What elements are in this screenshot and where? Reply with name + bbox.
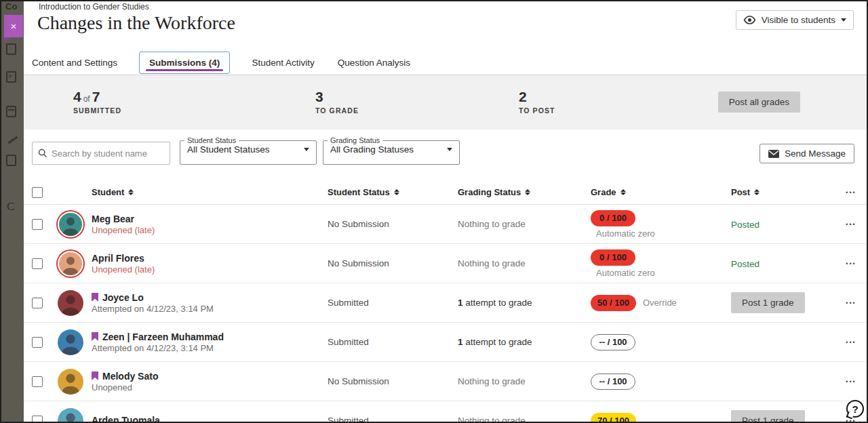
tab[interactable]: Student Activity (250, 52, 315, 73)
table-header-row: Student Student Status Grading Status Gr… (24, 180, 868, 205)
caret-down-icon (447, 148, 452, 151)
grade-pill[interactable]: 70 / 100 (591, 413, 636, 423)
close-panel-button[interactable]: × (4, 15, 23, 37)
grade-cell: 0 / 100 Automatic zero (591, 249, 731, 278)
row-menu-button[interactable]: ••• (835, 221, 867, 228)
grade-pill[interactable]: -- / 100 (591, 374, 635, 390)
post-grade-button[interactable]: Post 1 grade (731, 410, 805, 423)
row-checkbox[interactable] (32, 298, 43, 308)
posted-status[interactable]: Posted (731, 259, 760, 269)
collapsed-sidebar: Co C (0, 0, 24, 423)
grading-status-cell: Nothing to grade (458, 416, 591, 423)
student-substatus: Unopened (late) (92, 225, 328, 235)
grading-status-label: Grading Status (328, 136, 382, 144)
avatar[interactable] (58, 369, 83, 395)
bookmark-icon (92, 293, 98, 302)
tab[interactable]: Submissions (4) (139, 52, 230, 74)
row-checkbox[interactable] (32, 416, 43, 423)
tab[interactable]: Content and Settings (31, 52, 119, 73)
tabs: Content and Settings Submissions (4) Stu… (24, 50, 868, 75)
avatar[interactable] (58, 408, 83, 423)
grade-cell: 0 / 100 Automatic zero (591, 210, 731, 239)
row-checkbox[interactable] (32, 337, 43, 348)
bookmark-icon (92, 332, 98, 341)
search-input[interactable] (52, 148, 164, 159)
eye-icon (743, 16, 756, 24)
student-status-label: Student Status (184, 136, 239, 144)
column-header-grading-status[interactable]: Grading Status (458, 187, 591, 197)
gradebook-icon[interactable] (6, 106, 16, 117)
calendar-icon[interactable] (6, 43, 16, 55)
avatar[interactable] (58, 251, 83, 277)
send-message-label: Send Message (785, 148, 846, 159)
student-substatus: Attempted on 4/12/23, 3:14 PM (92, 304, 328, 314)
post-cell: Posted (731, 258, 835, 270)
envelope-icon (768, 150, 779, 158)
visibility-dropdown-button[interactable]: Visible to students (736, 10, 854, 30)
posted-status[interactable]: Posted (731, 220, 760, 230)
student-status-cell: Submitted (328, 416, 458, 423)
tab-label: Submissions (4) (149, 58, 220, 68)
code-panel-icon[interactable] (6, 71, 16, 83)
sidebar-bottom-label: C (7, 200, 14, 214)
grade-cell: -- / 100 (591, 334, 731, 350)
post-all-grades-button[interactable]: Post all grades (718, 92, 800, 113)
row-menu-button[interactable]: ••• (835, 260, 867, 267)
tab[interactable]: Question Analysis (336, 52, 412, 73)
tab-label: Content and Settings (32, 58, 117, 68)
column-header-student-status[interactable]: Student Status (328, 187, 458, 197)
help-button[interactable]: ? (846, 400, 864, 418)
column-header-grade[interactable]: Grade (591, 187, 731, 197)
visibility-label: Visible to students (762, 15, 835, 25)
student-status-cell: No Submission (328, 376, 458, 386)
table-row: Zeen | Farzeen Muhammad Attempted on 4/1… (24, 323, 868, 362)
pencil-icon[interactable] (6, 134, 18, 146)
grade-pill[interactable]: 0 / 100 (591, 249, 635, 266)
grading-status-value: All Grading Statuses (330, 144, 414, 155)
send-message-button[interactable]: Send Message (760, 144, 854, 163)
select-all-checkbox[interactable] (32, 187, 43, 198)
grade-pill[interactable]: 0 / 100 (591, 210, 635, 226)
post-grade-button[interactable]: Post 1 grade (731, 292, 805, 313)
grade-note: Automatic zero (596, 228, 655, 239)
student-name[interactable]: Melody Sato (102, 371, 158, 382)
grading-status-select[interactable]: Grading Status All Grading Statuses (323, 136, 460, 165)
post-cell: Post 1 grade (731, 292, 835, 313)
to-grade-label: TO GRADE (315, 106, 359, 115)
student-search[interactable] (32, 142, 170, 165)
submitted-of: of (83, 94, 90, 104)
student-status-select[interactable]: Student Status All Student Statuses (180, 136, 317, 165)
row-checkbox[interactable] (32, 219, 43, 230)
grade-pill[interactable]: 50 / 100 (591, 295, 636, 311)
grade-pill[interactable]: -- / 100 (591, 334, 635, 350)
filters-bar: Student Status All Student Statuses Grad… (24, 129, 868, 180)
row-menu-button[interactable]: ••• (835, 339, 867, 346)
student-status-cell: No Submission (328, 258, 458, 268)
to-post-count: 2 (519, 89, 555, 105)
avatar[interactable] (58, 290, 83, 316)
sort-arrows-icon (754, 189, 760, 195)
row-checkbox[interactable] (32, 376, 43, 387)
student-name[interactable]: Zeen | Farzeen Muhammad (102, 331, 224, 342)
column-header-student[interactable]: Student (92, 187, 328, 197)
stats-band: 4of7 SUBMITTED 3 TO GRADE 2 TO POST Post… (24, 75, 868, 129)
student-status-value: All Student Statuses (187, 144, 270, 155)
book-icon[interactable] (6, 155, 16, 166)
student-name[interactable]: Meg Bear (92, 214, 134, 224)
sort-arrows-icon (620, 189, 626, 195)
student-name[interactable]: Joyce Lo (102, 292, 144, 303)
table-menu-button[interactable]: ••• (835, 189, 867, 196)
student-name[interactable]: April Flores (92, 253, 144, 264)
avatar[interactable] (58, 212, 83, 237)
breadcrumb[interactable]: Introduction to Gender Studies (39, 2, 149, 12)
row-checkbox[interactable] (32, 258, 43, 269)
column-header-post[interactable]: Post (731, 187, 835, 197)
avatar[interactable] (58, 329, 83, 355)
stat-to-post: 2 TO POST (519, 89, 555, 115)
post-cell: Post 1 grade (731, 410, 835, 423)
magnifier-icon (38, 148, 47, 158)
student-name[interactable]: Arden Tuomala (92, 415, 160, 423)
row-menu-button[interactable]: ••• (835, 300, 867, 306)
student-substatus: Unopened (92, 382, 328, 392)
row-menu-button[interactable]: ••• (835, 378, 867, 385)
